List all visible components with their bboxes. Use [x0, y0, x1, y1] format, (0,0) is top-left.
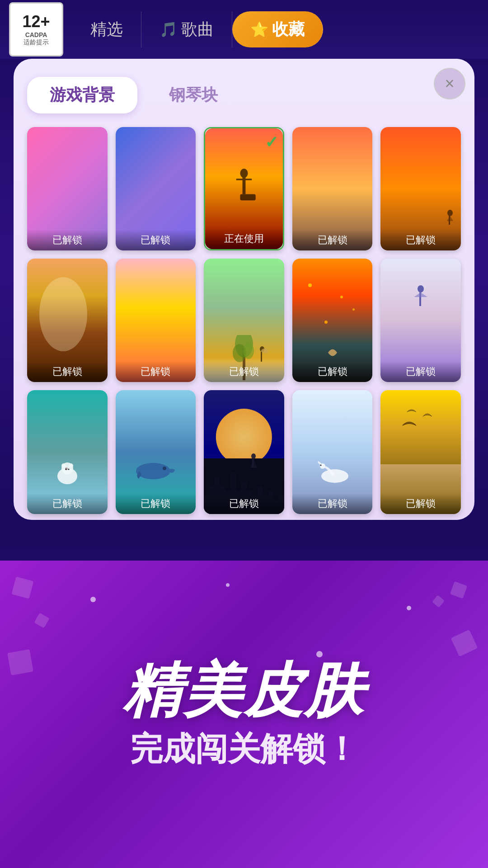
skin-item-12[interactable]: 已解锁	[116, 390, 196, 514]
svg-point-10	[243, 343, 254, 359]
svg-point-23	[68, 469, 69, 470]
skin-label-8: 已解锁	[204, 361, 284, 382]
svg-point-19	[61, 463, 66, 468]
svg-marker-6	[447, 216, 453, 221]
age-number: 12+	[22, 12, 50, 31]
svg-point-32	[320, 465, 321, 466]
skin-item-6[interactable]: 已解锁	[27, 259, 108, 382]
close-button[interactable]: ×	[434, 68, 465, 99]
svg-point-25	[163, 467, 166, 470]
svg-point-24	[136, 463, 170, 479]
skin-label-3: 正在使用	[205, 228, 283, 249]
skin-item-15[interactable]: 已解锁	[380, 390, 461, 514]
skin-label-6: 已解锁	[27, 361, 108, 382]
svg-rect-12	[261, 352, 262, 362]
age-hint-label: 适龄提示	[23, 38, 49, 47]
skin-label-10: 已解锁	[380, 361, 461, 382]
skin-label-15: 已解锁	[380, 493, 461, 514]
svg-point-3	[240, 169, 248, 178]
skin-item-9[interactable]: 已解锁	[292, 259, 373, 382]
current-checkmark: ✓	[265, 133, 278, 152]
age-badge: 12+ CADPA 适龄提示	[9, 2, 63, 57]
cadpa-label: CADPA	[25, 31, 47, 38]
svg-point-4	[447, 210, 453, 216]
banner-main-text: 精美皮肤	[123, 658, 365, 723]
skin-item-4[interactable]: 已解锁	[292, 127, 373, 250]
modal-tab-bar: 游戏背景 钢琴块	[27, 77, 461, 113]
svg-marker-29	[250, 459, 257, 468]
skin-label-12: 已解锁	[116, 493, 196, 514]
skin-label-13: 已解锁	[204, 493, 284, 514]
skin-item-14[interactable]: 已解锁	[292, 390, 373, 514]
tab-favorites-label: 收藏	[272, 19, 305, 41]
tab-favorites[interactable]: ⭐ 收藏	[232, 11, 323, 47]
svg-point-30	[321, 469, 348, 483]
tab-songs-label: 歌曲	[181, 19, 214, 41]
tab-game-bg-label: 游戏背景	[50, 85, 115, 104]
skin-selection-modal: × 游戏背景 钢琴块 已解锁 已解锁	[14, 59, 474, 520]
skin-label-11: 已解锁	[27, 493, 108, 514]
tab-songs[interactable]: 🎵 歌曲	[141, 11, 232, 47]
skin-label-5: 已解锁	[380, 230, 461, 250]
skin-item-7[interactable]: 已解锁	[116, 259, 196, 382]
skin-item-2[interactable]: 已解锁	[116, 127, 196, 250]
skin-item-13[interactable]: 已解锁	[204, 390, 284, 514]
bottom-promotional-banner: 精美皮肤 完成闯关解锁！	[0, 561, 488, 868]
skin-item-5[interactable]: 已解锁	[380, 127, 461, 250]
svg-point-14	[418, 285, 424, 292]
skin-label-7: 已解锁	[116, 361, 196, 382]
tab-piano-block-label: 钢琴块	[169, 85, 218, 104]
banner-sub-text: 完成闯关解锁！	[130, 727, 358, 771]
skin-item-1[interactable]: 已解锁	[27, 127, 108, 250]
close-icon: ×	[445, 74, 454, 93]
skin-item-10[interactable]: 已解锁	[380, 259, 461, 382]
skin-label-9: 已解锁	[292, 361, 373, 382]
tab-featured[interactable]: 精选	[72, 11, 141, 47]
skin-label-1: 已解锁	[27, 230, 108, 250]
skin-item-8[interactable]: 已解锁	[204, 259, 284, 382]
svg-rect-2	[236, 179, 252, 180]
svg-point-22	[65, 469, 66, 470]
svg-marker-16	[414, 292, 427, 297]
skin-grid: 已解锁 已解锁 ✓ 正在使用 已解	[27, 127, 461, 514]
svg-point-27	[251, 453, 256, 459]
skin-item-3[interactable]: ✓ 正在使用	[204, 127, 284, 250]
skin-label-14: 已解锁	[292, 493, 373, 514]
skin-label-4: 已解锁	[292, 230, 373, 250]
svg-rect-0	[240, 194, 255, 201]
tab-game-background[interactable]: 游戏背景	[27, 77, 137, 113]
skin-label-2: 已解锁	[116, 230, 196, 250]
skin-item-11[interactable]: 已解锁	[27, 390, 108, 514]
star-icon: ⭐	[250, 21, 268, 38]
tab-piano-block[interactable]: 钢琴块	[146, 77, 240, 113]
tab-featured-label: 精选	[90, 19, 123, 41]
top-navigation: 12+ CADPA 适龄提示 精选 🎵 歌曲 ⭐ 收藏	[0, 0, 488, 59]
svg-point-20	[69, 463, 73, 468]
music-icon: 🎵	[160, 21, 178, 38]
